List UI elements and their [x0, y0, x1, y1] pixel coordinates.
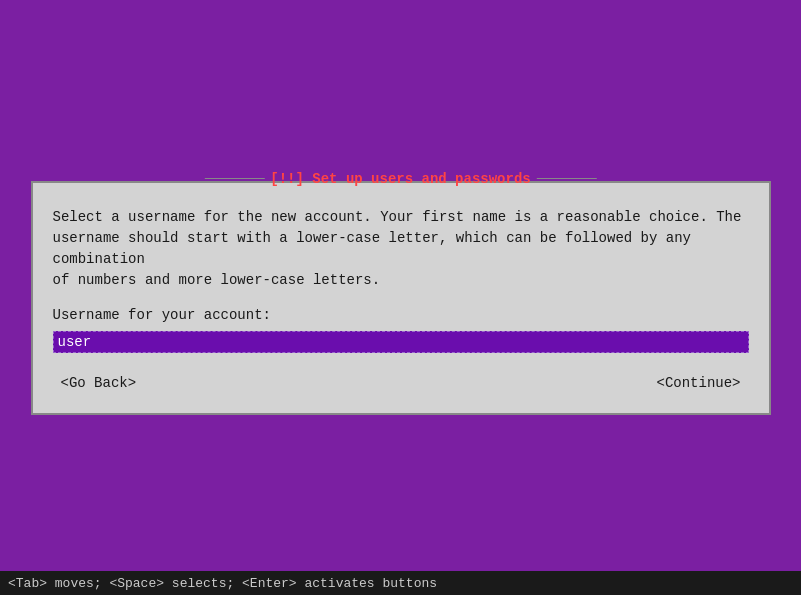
- dialog-buttons: <Go Back> <Continue>: [53, 369, 749, 397]
- username-input[interactable]: user: [58, 334, 744, 350]
- dialog-content: Select a username for the new account. Y…: [33, 183, 769, 413]
- username-label: Username for your account:: [53, 307, 749, 323]
- dialog-title-bar: [!!] Set up users and passwords: [204, 171, 596, 187]
- dialog-box: [!!] Set up users and passwords Select a…: [31, 181, 771, 415]
- status-bar: <Tab> moves; <Space> selects; <Enter> ac…: [0, 571, 801, 595]
- status-text: <Tab> moves; <Space> selects; <Enter> ac…: [8, 576, 437, 591]
- description-line3: of numbers and more lower-case letters.: [53, 272, 381, 288]
- description-line2: username should start with a lower-case …: [53, 230, 692, 267]
- description-text: Select a username for the new account. Y…: [53, 207, 749, 291]
- go-back-button[interactable]: <Go Back>: [53, 373, 145, 393]
- continue-button[interactable]: <Continue>: [648, 373, 748, 393]
- description-line1: Select a username for the new account. Y…: [53, 209, 742, 225]
- username-input-wrapper[interactable]: user: [53, 331, 749, 353]
- screen: [!!] Set up users and passwords Select a…: [0, 0, 801, 595]
- dialog-title-text: [!!] Set up users and passwords: [270, 171, 530, 187]
- dialog-title-line-right: [537, 178, 597, 179]
- dialog-title-line-left: [204, 178, 264, 179]
